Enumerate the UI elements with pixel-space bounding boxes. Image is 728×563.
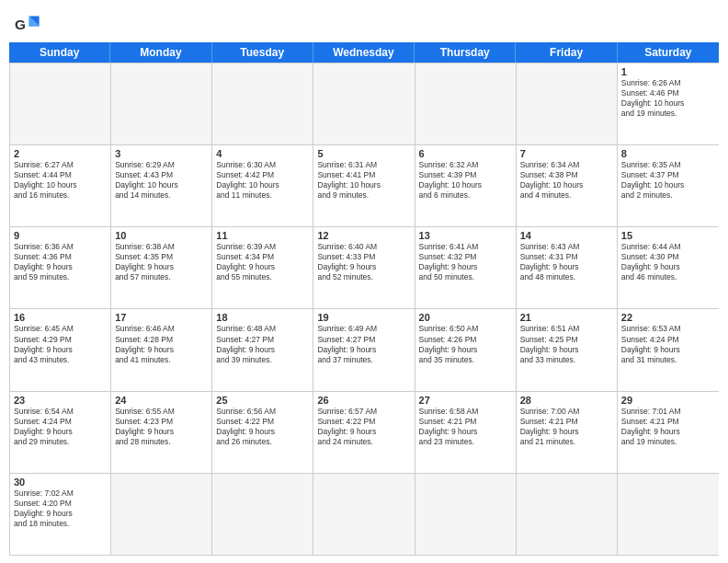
- day-info: Sunrise: 6:45 AM Sunset: 4:29 PM Dayligh…: [14, 324, 107, 364]
- calendar: SundayMondayTuesdayWednesdayThursdayFrid…: [0, 42, 728, 563]
- day-number: 28: [520, 395, 613, 406]
- logo: G: [15, 11, 44, 37]
- header-day-tuesday: Tuesday: [212, 42, 313, 63]
- calendar-cell: [415, 63, 517, 144]
- calendar-cell: [10, 63, 111, 144]
- day-number: 2: [14, 148, 107, 159]
- calendar-cell: 30Sunrise: 7:02 AM Sunset: 4:20 PM Dayli…: [10, 474, 111, 555]
- week-row-1: 2Sunrise: 6:27 AM Sunset: 4:44 PM Daylig…: [10, 144, 719, 226]
- day-info: Sunrise: 6:36 AM Sunset: 4:36 PM Dayligh…: [14, 242, 107, 282]
- calendar-cell: [517, 63, 618, 144]
- day-number: 23: [14, 395, 107, 406]
- calendar-cell: 26Sunrise: 6:57 AM Sunset: 4:22 PM Dayli…: [313, 392, 415, 473]
- day-info: Sunrise: 6:34 AM Sunset: 4:38 PM Dayligh…: [520, 160, 613, 201]
- day-number: 24: [115, 395, 208, 406]
- calendar-cell: 10Sunrise: 6:38 AM Sunset: 4:35 PM Dayli…: [111, 227, 212, 308]
- day-info: Sunrise: 6:31 AM Sunset: 4:41 PM Dayligh…: [317, 160, 410, 201]
- calendar-cell: 17Sunrise: 6:46 AM Sunset: 4:28 PM Dayli…: [111, 309, 212, 390]
- day-info: Sunrise: 6:55 AM Sunset: 4:23 PM Dayligh…: [115, 407, 208, 447]
- calendar-cell: 15Sunrise: 6:44 AM Sunset: 4:30 PM Dayli…: [618, 227, 719, 308]
- calendar-cell: 20Sunrise: 6:50 AM Sunset: 4:26 PM Dayli…: [415, 309, 517, 390]
- day-info: Sunrise: 6:44 AM Sunset: 4:30 PM Dayligh…: [621, 242, 715, 282]
- day-number: 1: [621, 66, 715, 77]
- calendar-cell: 18Sunrise: 6:48 AM Sunset: 4:27 PM Dayli…: [212, 309, 313, 390]
- calendar-header: SundayMondayTuesdayWednesdayThursdayFrid…: [9, 42, 719, 63]
- day-number: 13: [419, 230, 512, 241]
- calendar-cell: 4Sunrise: 6:30 AM Sunset: 4:42 PM Daylig…: [212, 145, 313, 226]
- week-row-3: 16Sunrise: 6:45 AM Sunset: 4:29 PM Dayli…: [10, 308, 719, 390]
- week-row-4: 23Sunrise: 6:54 AM Sunset: 4:24 PM Dayli…: [10, 391, 719, 473]
- calendar-cell: [212, 63, 313, 144]
- day-number: 26: [317, 395, 410, 406]
- calendar-cell: [517, 474, 618, 555]
- calendar-cell: 11Sunrise: 6:39 AM Sunset: 4:34 PM Dayli…: [212, 227, 313, 308]
- calendar-cell: 13Sunrise: 6:41 AM Sunset: 4:32 PM Dayli…: [415, 227, 517, 308]
- calendar-cell: 25Sunrise: 6:56 AM Sunset: 4:22 PM Dayli…: [212, 392, 313, 473]
- week-row-5: 30Sunrise: 7:02 AM Sunset: 4:20 PM Dayli…: [10, 473, 719, 555]
- header-day-friday: Friday: [516, 42, 617, 63]
- calendar-cell: 21Sunrise: 6:51 AM Sunset: 4:25 PM Dayli…: [517, 309, 618, 390]
- calendar-cell: [618, 474, 719, 555]
- calendar-cell: 2Sunrise: 6:27 AM Sunset: 4:44 PM Daylig…: [10, 145, 111, 226]
- day-number: 8: [621, 148, 715, 159]
- calendar-cell: 14Sunrise: 6:43 AM Sunset: 4:31 PM Dayli…: [517, 227, 618, 308]
- day-number: 30: [14, 477, 107, 488]
- day-number: 14: [520, 230, 613, 241]
- day-info: Sunrise: 6:57 AM Sunset: 4:22 PM Dayligh…: [317, 407, 410, 447]
- calendar-cell: 6Sunrise: 6:32 AM Sunset: 4:39 PM Daylig…: [415, 145, 517, 226]
- week-row-2: 9Sunrise: 6:36 AM Sunset: 4:36 PM Daylig…: [10, 226, 719, 308]
- week-row-0: 1Sunrise: 6:26 AM Sunset: 4:46 PM Daylig…: [10, 63, 719, 144]
- calendar-body: 1Sunrise: 6:26 AM Sunset: 4:46 PM Daylig…: [9, 63, 719, 556]
- calendar-cell: [111, 474, 212, 555]
- calendar-cell: 16Sunrise: 6:45 AM Sunset: 4:29 PM Dayli…: [10, 309, 111, 390]
- day-info: Sunrise: 6:39 AM Sunset: 4:34 PM Dayligh…: [216, 242, 309, 282]
- day-info: Sunrise: 7:02 AM Sunset: 4:20 PM Dayligh…: [14, 488, 107, 529]
- day-info: Sunrise: 6:56 AM Sunset: 4:22 PM Dayligh…: [216, 407, 309, 447]
- day-info: Sunrise: 6:32 AM Sunset: 4:39 PM Dayligh…: [419, 160, 512, 201]
- day-info: Sunrise: 6:46 AM Sunset: 4:28 PM Dayligh…: [115, 324, 208, 364]
- day-number: 15: [621, 230, 715, 241]
- day-info: Sunrise: 6:49 AM Sunset: 4:27 PM Dayligh…: [317, 324, 410, 364]
- calendar-cell: 3Sunrise: 6:29 AM Sunset: 4:43 PM Daylig…: [111, 145, 212, 226]
- day-number: 5: [317, 148, 410, 159]
- day-info: Sunrise: 6:53 AM Sunset: 4:24 PM Dayligh…: [621, 324, 715, 364]
- day-number: 29: [621, 395, 715, 406]
- header: G: [0, 0, 728, 42]
- header-day-wednesday: Wednesday: [313, 42, 415, 63]
- calendar-cell: 1Sunrise: 6:26 AM Sunset: 4:46 PM Daylig…: [618, 63, 719, 144]
- calendar-cell: [111, 63, 212, 144]
- day-info: Sunrise: 6:29 AM Sunset: 4:43 PM Dayligh…: [115, 160, 208, 201]
- day-info: Sunrise: 6:41 AM Sunset: 4:32 PM Dayligh…: [419, 242, 512, 282]
- day-info: Sunrise: 6:38 AM Sunset: 4:35 PM Dayligh…: [115, 242, 208, 282]
- header-day-thursday: Thursday: [415, 42, 516, 63]
- day-info: Sunrise: 7:01 AM Sunset: 4:21 PM Dayligh…: [621, 407, 715, 447]
- day-info: Sunrise: 7:00 AM Sunset: 4:21 PM Dayligh…: [520, 407, 613, 447]
- calendar-cell: 19Sunrise: 6:49 AM Sunset: 4:27 PM Dayli…: [313, 309, 415, 390]
- calendar-cell: 23Sunrise: 6:54 AM Sunset: 4:24 PM Dayli…: [10, 392, 111, 473]
- day-number: 4: [216, 148, 309, 159]
- day-info: Sunrise: 6:35 AM Sunset: 4:37 PM Dayligh…: [621, 160, 715, 201]
- day-number: 27: [419, 395, 512, 406]
- header-day-saturday: Saturday: [618, 42, 719, 63]
- day-number: 17: [115, 312, 208, 323]
- day-number: 9: [14, 230, 107, 241]
- day-info: Sunrise: 6:40 AM Sunset: 4:33 PM Dayligh…: [317, 242, 410, 282]
- page: G SundayMondayTuesdayWednesdayThursdayFr…: [0, 0, 728, 563]
- day-number: 12: [317, 230, 410, 241]
- calendar-cell: 9Sunrise: 6:36 AM Sunset: 4:36 PM Daylig…: [10, 227, 111, 308]
- calendar-cell: 27Sunrise: 6:58 AM Sunset: 4:21 PM Dayli…: [415, 392, 517, 473]
- calendar-cell: 29Sunrise: 7:01 AM Sunset: 4:21 PM Dayli…: [618, 392, 719, 473]
- day-number: 7: [520, 148, 613, 159]
- header-day-sunday: Sunday: [9, 42, 110, 63]
- day-number: 11: [216, 230, 309, 241]
- day-number: 21: [520, 312, 613, 323]
- day-info: Sunrise: 6:54 AM Sunset: 4:24 PM Dayligh…: [14, 407, 107, 447]
- day-info: Sunrise: 6:26 AM Sunset: 4:46 PM Dayligh…: [621, 78, 715, 119]
- day-info: Sunrise: 6:58 AM Sunset: 4:21 PM Dayligh…: [419, 407, 512, 447]
- calendar-cell: [313, 474, 415, 555]
- calendar-cell: 7Sunrise: 6:34 AM Sunset: 4:38 PM Daylig…: [517, 145, 618, 226]
- day-info: Sunrise: 6:50 AM Sunset: 4:26 PM Dayligh…: [419, 324, 512, 364]
- day-number: 10: [115, 230, 208, 241]
- day-info: Sunrise: 6:30 AM Sunset: 4:42 PM Dayligh…: [216, 160, 309, 201]
- calendar-cell: 5Sunrise: 6:31 AM Sunset: 4:41 PM Daylig…: [313, 145, 415, 226]
